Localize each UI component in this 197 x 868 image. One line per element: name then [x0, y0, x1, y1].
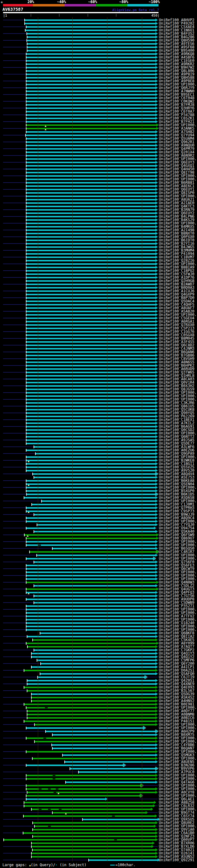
hit-bar[interactable] [26, 433, 156, 434]
hit-bar[interactable] [26, 70, 156, 72]
hit-bar[interactable] [26, 307, 156, 309]
hit-bar[interactable] [26, 91, 156, 92]
hit-bar[interactable] [26, 372, 156, 373]
hit-bar[interactable] [26, 575, 156, 577]
hit-bar[interactable] [31, 653, 156, 654]
hit-bar[interactable] [26, 527, 154, 529]
hit-bar[interactable] [26, 233, 156, 234]
hit-bar[interactable] [83, 819, 158, 820]
hit-bar[interactable] [34, 826, 154, 827]
hit-bar[interactable] [24, 805, 153, 807]
hit-bar[interactable] [26, 229, 156, 231]
hit-bar[interactable] [26, 175, 156, 177]
hit-bar[interactable] [26, 328, 156, 329]
hit-bar[interactable] [34, 585, 156, 587]
hit-bar[interactable] [26, 426, 156, 427]
hit-bar[interactable] [26, 253, 156, 255]
hit-bar[interactable] [26, 107, 156, 109]
hit-bar[interactable] [52, 548, 156, 549]
hit-bar[interactable] [34, 531, 156, 532]
hit-bar[interactable] [26, 301, 156, 302]
hit-bar[interactable] [26, 785, 141, 786]
hit-bar[interactable] [26, 216, 156, 217]
hit-bar[interactable] [37, 524, 156, 526]
hit-bar[interactable] [26, 121, 156, 123]
hit-bar[interactable] [31, 842, 152, 844]
hit-bar[interactable] [41, 500, 156, 502]
hit-bar[interactable] [31, 700, 156, 702]
hit-bar[interactable] [26, 619, 156, 620]
hit-bar[interactable] [26, 243, 156, 245]
hit-bar[interactable] [26, 321, 156, 322]
hit-bar[interactable] [26, 537, 156, 539]
hit-bar[interactable] [26, 622, 156, 624]
hit-bar[interactable] [32, 849, 156, 851]
hit-bar[interactable] [26, 60, 156, 62]
hit-bar[interactable] [26, 416, 156, 417]
hit-bar[interactable] [30, 551, 156, 553]
hit-bar[interactable] [31, 656, 156, 658]
hit-bar[interactable] [25, 20, 156, 21]
hit-bar[interactable] [26, 256, 156, 258]
hit-bar[interactable] [26, 250, 156, 251]
hit-bar[interactable] [52, 734, 156, 736]
hit-bar[interactable] [26, 273, 156, 275]
hit-bar[interactable] [26, 267, 156, 268]
hit-bar[interactable] [26, 314, 156, 316]
hit-bar[interactable] [26, 304, 156, 305]
hit-bar[interactable] [4, 839, 156, 841]
hit-bar[interactable] [26, 358, 156, 360]
hit-bar[interactable] [26, 727, 143, 729]
hit-bar[interactable] [26, 104, 156, 105]
hit-bar[interactable] [45, 731, 156, 732]
hit-bar[interactable] [27, 683, 156, 685]
hit-bar[interactable] [26, 751, 156, 752]
hit-bar[interactable] [26, 443, 156, 444]
hit-bar[interactable] [34, 477, 156, 478]
hit-bar[interactable] [25, 23, 156, 24]
hit-bar[interactable] [26, 545, 156, 546]
hit-bar[interactable] [52, 748, 156, 749]
hit-bar[interactable] [33, 822, 156, 824]
hit-bar[interactable] [37, 555, 156, 556]
hit-bar[interactable] [26, 565, 156, 566]
hit-bar[interactable] [26, 643, 156, 644]
hit-bar[interactable] [70, 768, 156, 770]
hit-bar[interactable] [26, 626, 156, 627]
hit-bar[interactable] [26, 148, 156, 150]
hit-bar[interactable] [41, 663, 156, 664]
hit-bar[interactable] [26, 145, 156, 146]
hit-bar[interactable] [26, 294, 156, 295]
hit-bar[interactable] [26, 788, 156, 790]
hit-bar[interactable] [38, 677, 145, 678]
hit-bar[interactable] [26, 460, 156, 461]
hit-bar[interactable] [26, 77, 156, 79]
hit-bar[interactable] [26, 155, 156, 156]
hit-bar[interactable] [34, 724, 156, 725]
hit-bar[interactable] [34, 595, 156, 597]
hit-bar[interactable] [26, 165, 156, 166]
hit-bar[interactable] [33, 836, 156, 837]
hit-bar[interactable] [26, 202, 156, 204]
hit-bar[interactable] [34, 649, 156, 651]
hit-bar[interactable] [26, 240, 156, 241]
hit-bar[interactable] [26, 152, 156, 153]
hit-bar[interactable] [33, 473, 156, 475]
hit-bar[interactable] [27, 40, 156, 41]
hit-bar[interactable] [26, 260, 156, 261]
hit-bar[interactable] [63, 754, 156, 756]
hit-bar[interactable] [27, 714, 156, 715]
hit-bar[interactable] [26, 297, 156, 299]
hit-bar[interactable] [26, 385, 156, 387]
hit-bar[interactable] [27, 717, 156, 719]
hit-bar[interactable] [26, 571, 156, 573]
hit-bar[interactable] [26, 578, 156, 580]
hit-bar[interactable] [26, 97, 156, 99]
hit-bar[interactable] [26, 582, 156, 583]
hit-bar[interactable] [26, 263, 156, 265]
hit-bar[interactable] [26, 487, 156, 488]
hit-bar[interactable] [26, 612, 156, 614]
hit-bar[interactable] [26, 365, 156, 366]
hit-bar[interactable] [26, 192, 156, 194]
hit-bar[interactable] [26, 246, 156, 248]
